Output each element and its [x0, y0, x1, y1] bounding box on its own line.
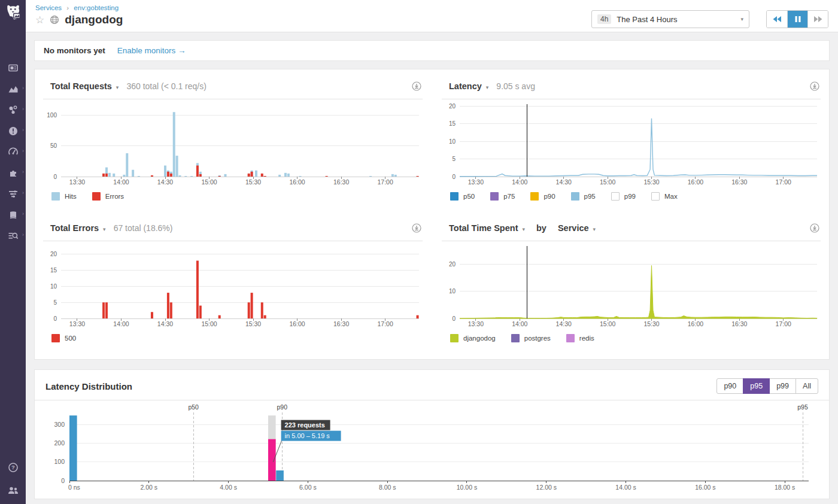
- chevron-down-icon: ▾: [103, 226, 106, 232]
- legend-item-p95[interactable]: p95: [571, 192, 596, 201]
- total-time-spent-title[interactable]: Total Time Spent: [449, 223, 518, 233]
- svg-text:0: 0: [452, 174, 456, 180]
- time-range-badge: 4h: [597, 14, 611, 24]
- total-errors-title[interactable]: Total Errors: [50, 223, 99, 233]
- total-time-spent-chart[interactable]: 0102013:3014:0014:3015:0015:3016:0016:30…: [442, 244, 821, 329]
- sidebar-item-integrations[interactable]: ›: [0, 168, 26, 178]
- latency-distribution-panel: Latency Distribution p90 p95 p99 All 010…: [34, 369, 830, 499]
- sidebar-item-infrastructure[interactable]: ›: [0, 105, 26, 116]
- legend-swatch: [51, 334, 60, 342]
- svg-text:13:30: 13:30: [468, 320, 484, 327]
- help-icon[interactable]: ?: [8, 462, 19, 475]
- legend-item-djangodog[interactable]: djangodog: [450, 334, 496, 342]
- metrics-icon: [8, 84, 19, 95]
- monitors-message: No monitors yet: [44, 46, 105, 55]
- svg-text:16:00: 16:00: [289, 178, 305, 186]
- svg-text:15:00: 15:00: [600, 178, 615, 186]
- svg-text:15:30: 15:30: [643, 320, 659, 327]
- total-time-svg: 0102013:3014:0014:3015:0015:3016:0016:30…: [442, 244, 821, 329]
- users-icon[interactable]: [7, 485, 19, 498]
- latency-title[interactable]: Latency: [449, 81, 482, 91]
- sidebar-item-events[interactable]: ›: [0, 126, 26, 136]
- notebooks-icon: [8, 210, 19, 220]
- svg-text:4.00 s: 4.00 s: [220, 484, 237, 491]
- legend-item-Errors[interactable]: Errors: [92, 192, 124, 201]
- legend-swatch: [92, 192, 101, 201]
- legend-item-p75[interactable]: p75: [490, 192, 515, 201]
- legend-item-500[interactable]: 500: [51, 334, 76, 342]
- pause-button[interactable]: [787, 11, 807, 28]
- sidebar-item-trace-search[interactable]: ›: [0, 230, 26, 241]
- legend-label: Errors: [105, 193, 124, 200]
- globe-icon[interactable]: [50, 15, 59, 25]
- total-requests-Hits-bars: [102, 112, 397, 177]
- legend-item-postgres[interactable]: postgres: [511, 334, 551, 342]
- sidebar-item-dashboards[interactable]: [0, 63, 26, 74]
- svg-text:16:30: 16:30: [731, 320, 747, 327]
- total-requests-title[interactable]: Total Requests: [50, 81, 112, 91]
- sidebar-item-notebooks[interactable]: ›: [0, 210, 26, 220]
- total-requests-Errors-bars: [102, 166, 418, 177]
- chevron-down-icon: ▾: [486, 84, 489, 90]
- svg-text:10: 10: [449, 138, 456, 145]
- svg-text:17:00: 17:00: [377, 178, 393, 186]
- legend-item-redis[interactable]: redis: [566, 334, 594, 342]
- latency-legend: p50p75p90p95p99Max: [442, 187, 821, 201]
- download-icon[interactable]: [810, 223, 819, 235]
- sidebar-item-apm[interactable]: ›: [0, 147, 26, 157]
- svg-text:15:00: 15:00: [600, 320, 615, 327]
- svg-text:?: ?: [11, 464, 15, 470]
- rewind-button[interactable]: [767, 11, 787, 28]
- svg-text:0: 0: [53, 315, 57, 322]
- p95-button[interactable]: p95: [743, 378, 770, 394]
- svg-text:p50: p50: [188, 403, 199, 411]
- chevron-down-icon: ▾: [593, 226, 596, 232]
- legend-swatch: [651, 192, 660, 201]
- datadog-logo[interactable]: [0, 0, 26, 26]
- latency-distribution-chart[interactable]: 0100200300p50p90p950 ns2.00 s4.00 s6.00 …: [43, 403, 821, 493]
- legend-item-Max[interactable]: Max: [651, 192, 678, 201]
- total-requests-chart[interactable]: 05010013:3014:0014:3015:0015:3016:0016:3…: [43, 102, 423, 187]
- svg-text:15:30: 15:30: [643, 178, 659, 186]
- legend-item-p99[interactable]: p99: [611, 192, 636, 201]
- download-icon[interactable]: [412, 81, 421, 93]
- all-button[interactable]: All: [796, 378, 818, 394]
- total-errors-svg: 0510152013:3014:0014:3015:0015:3016:0016…: [43, 244, 423, 329]
- legend-swatch: [51, 192, 60, 201]
- svg-text:16:30: 16:30: [731, 178, 747, 186]
- latency-distribution-title: Latency Distribution: [45, 381, 132, 391]
- legend-item-Hits[interactable]: Hits: [51, 192, 77, 201]
- legend-item-p90[interactable]: p90: [530, 192, 555, 201]
- svg-text:14:30: 14:30: [556, 178, 572, 186]
- sidebar-item-monitors[interactable]: ›: [0, 189, 26, 199]
- favorite-star-icon[interactable]: ☆: [35, 15, 44, 25]
- time-range-selector[interactable]: 4h The Past 4 Hours ▾: [591, 10, 749, 28]
- breadcrumb-separator: ›: [66, 4, 69, 11]
- enable-monitors-link[interactable]: Enable monitors →: [117, 46, 186, 55]
- p99-button[interactable]: p99: [769, 378, 796, 394]
- sidebar-item-metrics[interactable]: ›: [0, 84, 26, 95]
- svg-text:15: 15: [50, 267, 57, 274]
- legend-label: redis: [579, 335, 594, 342]
- datadog-dog-icon: [4, 4, 22, 22]
- histogram-bar-highlight: [268, 439, 276, 481]
- legend-item-p50[interactable]: p50: [450, 192, 475, 201]
- fast-forward-icon: [813, 16, 823, 23]
- breadcrumb-services-link[interactable]: Services: [35, 4, 62, 11]
- legend-label: Max: [664, 193, 678, 200]
- total-errors-chart[interactable]: 0510152013:3014:0014:3015:0015:3016:0016…: [43, 244, 423, 329]
- download-icon[interactable]: [810, 81, 819, 93]
- legend-swatch: [571, 192, 579, 201]
- legend-label: p95: [584, 193, 596, 200]
- svg-text:6.00 s: 6.00 s: [299, 484, 317, 491]
- latency-line: [460, 119, 817, 177]
- legend-label: postgres: [524, 335, 551, 342]
- svg-text:18.00 s: 18.00 s: [775, 484, 795, 491]
- breadcrumb-env-link[interactable]: env:gobtesting: [74, 4, 119, 11]
- latency-chart[interactable]: 0510152013:3014:0014:3015:0015:3016:0016…: [442, 102, 821, 187]
- p90-button[interactable]: p90: [716, 378, 743, 394]
- download-icon[interactable]: [412, 223, 421, 235]
- group-by-selector[interactable]: Service: [558, 223, 589, 233]
- forward-button[interactable]: [807, 11, 828, 28]
- legend-swatch: [450, 192, 459, 201]
